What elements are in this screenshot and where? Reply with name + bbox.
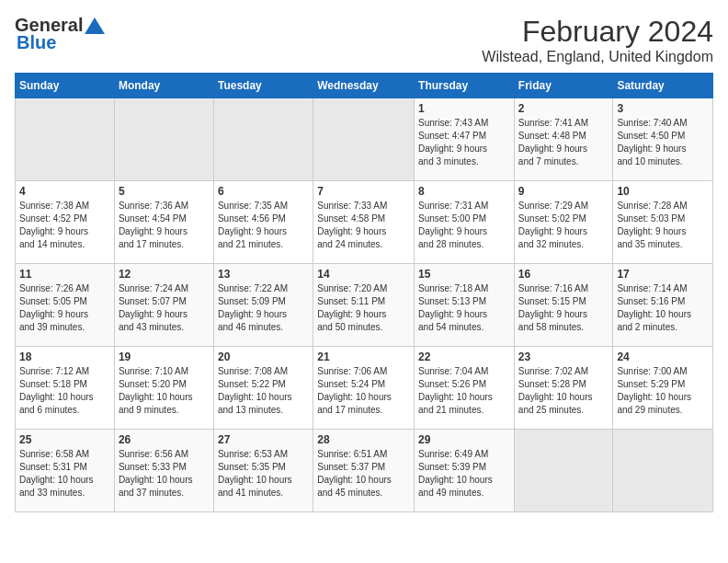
day-cell: 29Sunrise: 6:49 AM Sunset: 5:39 PM Dayli… (415, 430, 515, 512)
day-number: 25 (19, 433, 110, 446)
day-number: 10 (617, 185, 709, 198)
day-info: Sunrise: 7:31 AM Sunset: 5:00 PM Dayligh… (418, 200, 510, 251)
day-cell: 17Sunrise: 7:14 AM Sunset: 5:16 PM Dayli… (613, 264, 713, 347)
day-info: Sunrise: 7:28 AM Sunset: 5:03 PM Dayligh… (617, 200, 709, 251)
day-info: Sunrise: 7:16 AM Sunset: 5:15 PM Dayligh… (518, 282, 609, 334)
week-row-3: 11Sunrise: 7:26 AM Sunset: 5:05 PM Dayli… (16, 264, 713, 347)
day-number: 17 (617, 268, 709, 281)
page-header: General Blue February 2024 Wilstead, Eng… (15, 15, 713, 65)
header-cell-friday: Friday (514, 74, 613, 98)
day-cell: 24Sunrise: 7:00 AM Sunset: 5:29 PM Dayli… (613, 347, 713, 430)
week-row-2: 4Sunrise: 7:38 AM Sunset: 4:52 PM Daylig… (16, 181, 713, 264)
day-cell: 1Sunrise: 7:43 AM Sunset: 4:47 PM Daylig… (415, 98, 515, 181)
day-number: 19 (119, 350, 210, 363)
day-number: 9 (518, 185, 609, 198)
day-info: Sunrise: 7:02 AM Sunset: 5:28 PM Dayligh… (518, 365, 609, 417)
day-number: 12 (119, 268, 210, 281)
day-cell: 21Sunrise: 7:06 AM Sunset: 5:24 PM Dayli… (313, 347, 415, 430)
day-cell: 23Sunrise: 7:02 AM Sunset: 5:28 PM Dayli… (514, 347, 613, 430)
day-info: Sunrise: 6:56 AM Sunset: 5:33 PM Dayligh… (119, 448, 210, 500)
day-number: 15 (418, 268, 510, 281)
day-number: 23 (518, 350, 609, 363)
day-cell: 12Sunrise: 7:24 AM Sunset: 5:07 PM Dayli… (114, 264, 213, 347)
day-info: Sunrise: 7:38 AM Sunset: 4:52 PM Dayligh… (19, 200, 110, 251)
logo-blue-text: Blue (17, 32, 56, 53)
header-cell-thursday: Thursday (415, 74, 515, 98)
day-number: 18 (19, 350, 110, 363)
day-cell (213, 98, 313, 181)
day-number: 21 (317, 350, 410, 363)
day-cell: 7Sunrise: 7:33 AM Sunset: 4:58 PM Daylig… (313, 181, 415, 264)
day-cell (613, 430, 713, 512)
day-cell: 2Sunrise: 7:41 AM Sunset: 4:48 PM Daylig… (514, 98, 613, 181)
week-row-4: 18Sunrise: 7:12 AM Sunset: 5:18 PM Dayli… (16, 347, 713, 430)
day-cell: 6Sunrise: 7:35 AM Sunset: 4:56 PM Daylig… (213, 181, 313, 264)
day-number: 22 (418, 350, 510, 363)
week-row-5: 25Sunrise: 6:58 AM Sunset: 5:31 PM Dayli… (16, 430, 713, 512)
day-number: 6 (218, 185, 309, 198)
day-number: 20 (218, 350, 309, 363)
day-cell: 4Sunrise: 7:38 AM Sunset: 4:52 PM Daylig… (16, 181, 115, 264)
logo-icon (85, 16, 105, 36)
day-cell: 3Sunrise: 7:40 AM Sunset: 4:50 PM Daylig… (613, 98, 713, 181)
day-number: 1 (418, 102, 510, 115)
day-info: Sunrise: 7:41 AM Sunset: 4:48 PM Dayligh… (518, 117, 609, 168)
day-cell: 8Sunrise: 7:31 AM Sunset: 5:00 PM Daylig… (415, 181, 515, 264)
day-info: Sunrise: 7:20 AM Sunset: 5:11 PM Dayligh… (317, 282, 410, 334)
header-cell-saturday: Saturday (613, 74, 713, 98)
day-info: Sunrise: 7:26 AM Sunset: 5:05 PM Dayligh… (19, 282, 110, 334)
day-cell: 16Sunrise: 7:16 AM Sunset: 5:15 PM Dayli… (514, 264, 613, 347)
day-info: Sunrise: 6:49 AM Sunset: 5:39 PM Dayligh… (418, 448, 510, 500)
logo: General Blue (15, 15, 105, 53)
day-cell (114, 98, 213, 181)
day-info: Sunrise: 7:04 AM Sunset: 5:26 PM Dayligh… (418, 365, 510, 417)
day-number: 3 (617, 102, 709, 115)
day-cell: 20Sunrise: 7:08 AM Sunset: 5:22 PM Dayli… (213, 347, 313, 430)
day-info: Sunrise: 7:06 AM Sunset: 5:24 PM Dayligh… (317, 365, 410, 417)
day-number: 27 (218, 433, 309, 446)
day-number: 11 (19, 268, 110, 281)
day-number: 13 (218, 268, 309, 281)
day-info: Sunrise: 7:10 AM Sunset: 5:20 PM Dayligh… (119, 365, 210, 417)
day-cell (514, 430, 613, 512)
day-info: Sunrise: 7:36 AM Sunset: 4:54 PM Dayligh… (119, 200, 210, 251)
day-number: 16 (518, 268, 609, 281)
day-info: Sunrise: 7:24 AM Sunset: 5:07 PM Dayligh… (119, 282, 210, 334)
day-info: Sunrise: 7:35 AM Sunset: 4:56 PM Dayligh… (218, 200, 309, 251)
day-number: 8 (418, 185, 510, 198)
day-info: Sunrise: 7:12 AM Sunset: 5:18 PM Dayligh… (19, 365, 110, 417)
day-number: 26 (119, 433, 210, 446)
day-info: Sunrise: 7:29 AM Sunset: 5:02 PM Dayligh… (518, 200, 609, 251)
header-cell-monday: Monday (114, 74, 213, 98)
day-cell: 15Sunrise: 7:18 AM Sunset: 5:13 PM Dayli… (415, 264, 515, 347)
location-title: Wilstead, England, United Kingdom (482, 49, 713, 65)
day-info: Sunrise: 7:33 AM Sunset: 4:58 PM Dayligh… (317, 200, 410, 251)
svg-marker-0 (85, 17, 105, 34)
day-info: Sunrise: 7:18 AM Sunset: 5:13 PM Dayligh… (418, 282, 510, 334)
day-cell: 13Sunrise: 7:22 AM Sunset: 5:09 PM Dayli… (213, 264, 313, 347)
day-number: 4 (19, 185, 110, 198)
month-title: February 2024 (482, 15, 713, 49)
day-cell: 27Sunrise: 6:53 AM Sunset: 5:35 PM Dayli… (213, 430, 313, 512)
week-row-1: 1Sunrise: 7:43 AM Sunset: 4:47 PM Daylig… (16, 98, 713, 181)
day-info: Sunrise: 7:00 AM Sunset: 5:29 PM Dayligh… (617, 365, 709, 417)
day-number: 2 (518, 102, 609, 115)
day-cell: 11Sunrise: 7:26 AM Sunset: 5:05 PM Dayli… (16, 264, 115, 347)
day-info: Sunrise: 6:51 AM Sunset: 5:37 PM Dayligh… (317, 448, 410, 500)
header-cell-sunday: Sunday (16, 74, 115, 98)
day-cell: 9Sunrise: 7:29 AM Sunset: 5:02 PM Daylig… (514, 181, 613, 264)
day-number: 29 (418, 433, 510, 446)
day-number: 14 (317, 268, 410, 281)
day-number: 24 (617, 350, 709, 363)
day-info: Sunrise: 7:40 AM Sunset: 4:50 PM Dayligh… (617, 117, 709, 168)
day-cell: 19Sunrise: 7:10 AM Sunset: 5:20 PM Dayli… (114, 347, 213, 430)
day-number: 5 (119, 185, 210, 198)
day-cell: 14Sunrise: 7:20 AM Sunset: 5:11 PM Dayli… (313, 264, 415, 347)
day-cell: 22Sunrise: 7:04 AM Sunset: 5:26 PM Dayli… (415, 347, 515, 430)
day-info: Sunrise: 7:14 AM Sunset: 5:16 PM Dayligh… (617, 282, 709, 334)
day-cell: 28Sunrise: 6:51 AM Sunset: 5:37 PM Dayli… (313, 430, 415, 512)
day-info: Sunrise: 6:58 AM Sunset: 5:31 PM Dayligh… (19, 448, 110, 500)
day-info: Sunrise: 7:22 AM Sunset: 5:09 PM Dayligh… (218, 282, 309, 334)
day-cell: 25Sunrise: 6:58 AM Sunset: 5:31 PM Dayli… (16, 430, 115, 512)
day-number: 7 (317, 185, 410, 198)
